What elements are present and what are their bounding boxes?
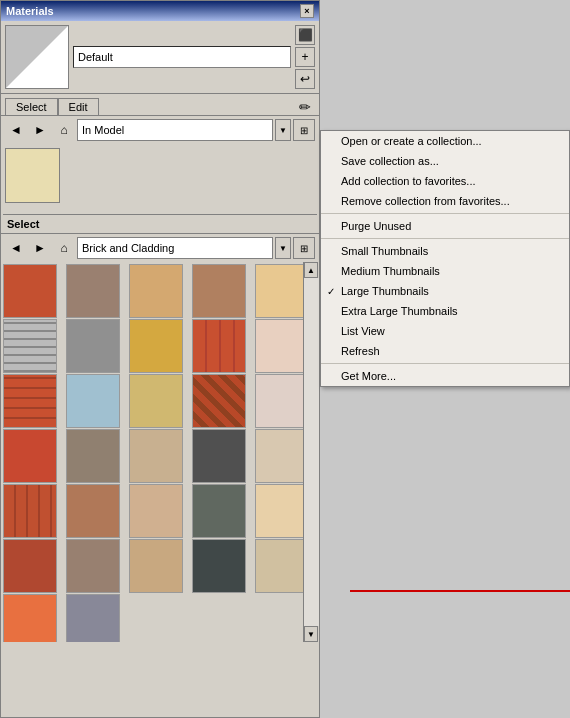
menu-item-remove-favorites[interactable]: Remove collection from favorites... xyxy=(321,191,569,211)
list-item[interactable] xyxy=(66,319,120,373)
close-button[interactable]: × xyxy=(300,4,314,18)
list-item[interactable] xyxy=(129,319,183,373)
toolbar-row-2: ◄ ► ⌂ Brick and Cladding ▼ ⊞ xyxy=(1,234,319,262)
menu-item-large-thumb[interactable]: ✓ Large Thumbnails xyxy=(321,281,569,301)
list-item[interactable] xyxy=(255,539,309,593)
scroll-up-btn[interactable]: ▲ xyxy=(304,262,318,278)
menu-item-label: Refresh xyxy=(341,345,380,357)
list-item[interactable] xyxy=(192,319,246,373)
menu-item-label: Large Thumbnails xyxy=(341,285,429,297)
menu-item-label: Open or create a collection... xyxy=(341,135,482,147)
triangle-white xyxy=(5,26,68,89)
list-item[interactable] xyxy=(66,539,120,593)
list-item[interactable] xyxy=(129,539,183,593)
menu-item-label: Get More... xyxy=(341,370,396,382)
list-item[interactable] xyxy=(3,319,57,373)
list-item[interactable] xyxy=(3,539,57,593)
list-item[interactable] xyxy=(192,264,246,318)
tabs-row: Select Edit ✏ xyxy=(1,94,319,116)
menu-item-open-create[interactable]: Open or create a collection... xyxy=(321,131,569,151)
list-item[interactable] xyxy=(3,484,57,538)
list-item[interactable] xyxy=(3,374,57,428)
menu-separator-2 xyxy=(321,238,569,239)
menu-item-label: List View xyxy=(341,325,385,337)
in-model-preview xyxy=(1,144,319,214)
menu-item-get-more[interactable]: Get More... xyxy=(321,366,569,386)
current-material-thumb[interactable] xyxy=(5,148,60,203)
menu-item-label: Save collection as... xyxy=(341,155,439,167)
preview-triangle xyxy=(6,26,68,88)
library-menu-icon: ⊞ xyxy=(300,243,308,254)
list-item[interactable] xyxy=(3,594,57,642)
list-item[interactable] xyxy=(192,429,246,483)
list-item[interactable] xyxy=(129,264,183,318)
home-btn-2[interactable]: ⌂ xyxy=(53,237,75,259)
menu-item-label: Add collection to favorites... xyxy=(341,175,476,187)
list-item[interactable] xyxy=(192,539,246,593)
list-item[interactable] xyxy=(255,264,309,318)
menu-separator-1 xyxy=(321,213,569,214)
back-btn-1[interactable]: ◄ xyxy=(5,119,27,141)
scrollbar[interactable]: ▲ ▼ xyxy=(303,262,319,642)
context-menu: Open or create a collection... Save coll… xyxy=(320,130,570,387)
menu-item-label: Extra Large Thumbnails xyxy=(341,305,458,317)
library-dropdown[interactable]: Brick and Cladding xyxy=(77,237,273,259)
list-item[interactable] xyxy=(192,484,246,538)
checkmark-icon: ✓ xyxy=(327,286,335,297)
list-item[interactable] xyxy=(3,429,57,483)
list-item[interactable] xyxy=(66,374,120,428)
scroll-down-btn[interactable]: ▼ xyxy=(304,626,318,642)
collection-dropdown-arrow[interactable]: ▼ xyxy=(275,119,291,141)
library-menu-btn[interactable]: ⊞ xyxy=(293,237,315,259)
home-btn-1[interactable]: ⌂ xyxy=(53,119,75,141)
menu-item-refresh[interactable]: Refresh xyxy=(321,341,569,361)
red-line xyxy=(350,590,570,592)
menu-item-save-collection[interactable]: Save collection as... xyxy=(321,151,569,171)
list-item[interactable] xyxy=(255,429,309,483)
pencil-icon: ✏ xyxy=(299,99,311,115)
menu-item-label: Small Thumbnails xyxy=(341,245,428,257)
menu-item-label: Remove collection from favorites... xyxy=(341,195,510,207)
list-item[interactable] xyxy=(3,264,57,318)
back-btn-2[interactable]: ◄ xyxy=(5,237,27,259)
list-item[interactable] xyxy=(255,484,309,538)
toolbar-row-1: ◄ ► ⌂ In Model ▼ ⊞ xyxy=(1,116,319,144)
reset-color-btn[interactable]: ↩ xyxy=(295,69,315,89)
menu-icon: ⊞ xyxy=(300,125,308,136)
menu-item-xlarge-thumb[interactable]: Extra Large Thumbnails xyxy=(321,301,569,321)
collection-dropdown[interactable]: In Model xyxy=(77,119,273,141)
collection-menu-btn[interactable]: ⊞ xyxy=(293,119,315,141)
menu-item-label: Medium Thumbnails xyxy=(341,265,440,277)
menu-item-add-favorites[interactable]: Add collection to favorites... xyxy=(321,171,569,191)
list-item[interactable] xyxy=(66,429,120,483)
tab-edit[interactable]: Edit xyxy=(58,98,99,115)
list-item[interactable] xyxy=(255,319,309,373)
list-item[interactable] xyxy=(66,484,120,538)
panel-title: Materials xyxy=(6,5,54,17)
menu-item-purge[interactable]: Purge Unused xyxy=(321,216,569,236)
forward-btn-1[interactable]: ► xyxy=(29,119,51,141)
second-panel-label: Select xyxy=(1,215,319,234)
material-name-input[interactable] xyxy=(73,46,291,68)
list-item[interactable] xyxy=(129,429,183,483)
list-item[interactable] xyxy=(192,374,246,428)
list-item[interactable] xyxy=(129,484,183,538)
sample-paint-btn[interactable]: ⬛ xyxy=(295,25,315,45)
list-item[interactable] xyxy=(66,264,120,318)
forward-btn-2[interactable]: ► xyxy=(29,237,51,259)
menu-item-medium-thumb[interactable]: Medium Thumbnails xyxy=(321,261,569,281)
tab-select[interactable]: Select xyxy=(5,98,58,115)
list-item[interactable] xyxy=(66,594,120,642)
top-section: ⬛ + ↩ xyxy=(1,21,319,94)
menu-item-list-view[interactable]: List View xyxy=(321,321,569,341)
menu-item-small-thumb[interactable]: Small Thumbnails xyxy=(321,241,569,261)
library-dropdown-arrow[interactable]: ▼ xyxy=(275,237,291,259)
thumbnail-grid xyxy=(1,262,319,642)
materials-panel: Materials × ⬛ + ↩ Select Edit ✏ ◄ ► ⌂ In… xyxy=(0,0,320,718)
list-item[interactable] xyxy=(129,374,183,428)
list-item[interactable] xyxy=(255,374,309,428)
panel-titlebar: Materials × xyxy=(1,1,319,21)
menu-separator-3 xyxy=(321,363,569,364)
menu-item-label: Purge Unused xyxy=(341,220,411,232)
add-material-btn[interactable]: + xyxy=(295,47,315,67)
